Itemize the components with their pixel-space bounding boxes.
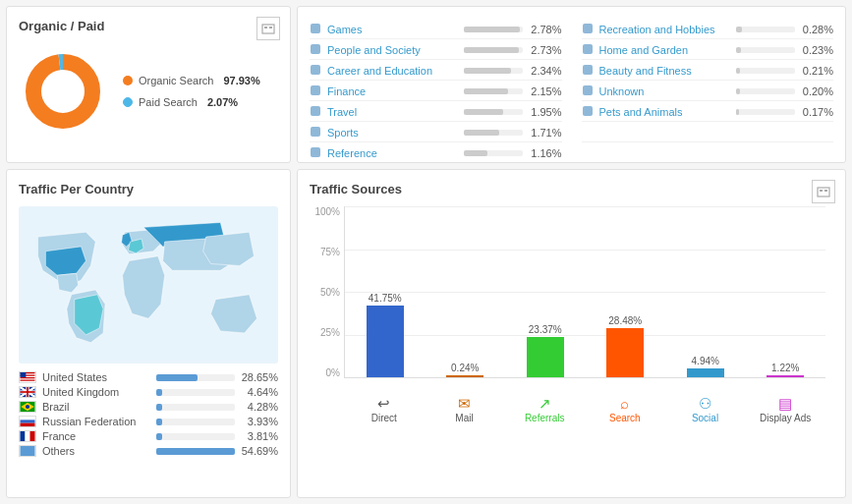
cat-value: 0.20%	[803, 85, 833, 97]
cat-icon	[310, 126, 323, 140]
organic-paid-title: Organic / Paid	[19, 19, 278, 33]
country-name: Russian Federation	[42, 416, 150, 427]
svg-rect-17	[311, 147, 320, 157]
cat-icon	[582, 105, 596, 119]
cat-name[interactable]: Beauty and Fitness	[599, 65, 728, 77]
bar-group: 23.37%	[505, 206, 585, 377]
cat-bar	[736, 27, 742, 32]
country-value: 3.93%	[241, 416, 278, 427]
cat-name[interactable]: Finance	[327, 85, 456, 97]
cat-value: 1.95%	[531, 106, 561, 118]
bar-rect	[606, 328, 644, 377]
source-icon: ↗	[539, 396, 551, 411]
cat-value: 0.28%	[803, 24, 833, 35]
cat-bar	[736, 88, 740, 94]
source-label: Social	[692, 413, 718, 423]
country-name: United Kingdom	[42, 386, 150, 398]
country-value: 4.28%	[241, 401, 278, 413]
bar-value-label: 1.22%	[771, 363, 799, 373]
country-name: Brazil	[42, 401, 150, 413]
bar-group: 41.75%	[345, 206, 425, 377]
cat-icon	[310, 105, 323, 119]
cat-name[interactable]: Sports	[327, 127, 456, 139]
cat-value: 2.78%	[531, 24, 561, 35]
chart-icon-label-cell: ▤ Display Ads	[745, 383, 825, 432]
cat-name[interactable]: Travel	[327, 106, 456, 118]
chart-icon-label-cell: ✉ Mail	[425, 383, 505, 432]
cat-value: 0.17%	[803, 106, 833, 118]
organic-label: Organic Search	[139, 75, 213, 86]
svg-rect-35	[21, 420, 35, 422]
svg-rect-8	[311, 44, 320, 54]
source-label: Search	[609, 413, 641, 423]
traffic-sources-card: Traffic Sources 100% 75% 50% 25% 0% 41.7…	[297, 169, 846, 498]
country-bar	[156, 433, 162, 440]
country-bar-container	[156, 433, 235, 440]
flag-icon	[19, 401, 36, 413]
cat-name[interactable]: Unknown	[599, 85, 728, 97]
svg-rect-22	[21, 380, 35, 381]
export-icon-2[interactable]	[812, 180, 835, 203]
svg-rect-42	[820, 190, 823, 192]
cat-bar	[464, 68, 511, 74]
country-bar-container	[156, 448, 235, 455]
cat-right-row: Pets and Animals 0.17%	[582, 103, 834, 122]
cat-right-row: Recreation and Hobbies 0.28%	[582, 21, 834, 39]
cat-right-row: Unknown 0.20%	[582, 83, 834, 101]
cat-left-row: Finance 2.15%	[310, 83, 562, 101]
cat-name[interactable]: Games	[327, 24, 456, 35]
donut-section: Organic Search 97.93% Paid Search 2.07%	[19, 47, 278, 136]
svg-rect-38	[26, 431, 30, 441]
cat-icon	[310, 23, 323, 36]
flag-icon	[19, 416, 36, 427]
paid-dot	[123, 97, 133, 107]
legend-paid: Paid Search 2.07%	[123, 96, 260, 108]
icon-label-row: ↩ Direct ✉ Mail ↗ Referrals ⌕ Search ⚇ S…	[344, 383, 825, 432]
paid-value: 2.07%	[207, 96, 238, 108]
svg-rect-13	[583, 85, 593, 95]
bar-value-label: 0.24%	[451, 363, 479, 373]
bar-group: 4.94%	[665, 206, 745, 377]
source-icon: ✉	[458, 396, 471, 411]
source-label: Referrals	[525, 413, 565, 423]
flag-icon	[19, 430, 36, 442]
svg-rect-43	[824, 190, 827, 192]
svg-rect-9	[583, 44, 593, 54]
cat-left-row: Travel 1.95%	[310, 103, 562, 122]
cat-bar-container	[464, 109, 523, 115]
cat-bar-container	[736, 27, 795, 32]
cat-name[interactable]: Career and Education	[327, 65, 456, 77]
svg-rect-1	[264, 27, 267, 28]
cat-name[interactable]: Home and Garden	[599, 44, 728, 56]
chart-icon-label-cell: ↗ Referrals	[504, 383, 585, 432]
y-label-25: 25%	[320, 327, 340, 338]
cat-empty	[582, 144, 834, 163]
cat-icon	[310, 146, 323, 160]
cat-name[interactable]: Pets and Animals	[599, 106, 728, 118]
bar-rect	[767, 375, 804, 377]
svg-point-5	[43, 72, 83, 111]
country-row: Russian Federation 3.93%	[19, 416, 278, 427]
cat-name[interactable]: Reference	[327, 147, 456, 159]
svg-rect-16	[311, 127, 320, 137]
svg-rect-30	[21, 391, 35, 393]
cat-name[interactable]: Recreation and Hobbies	[599, 24, 728, 35]
organic-paid-card: Organic / Paid Organic Search 97.93%	[6, 6, 291, 163]
cat-empty	[582, 124, 834, 142]
country-row: France 3.81%	[19, 430, 278, 442]
country-bar	[156, 419, 162, 425]
cat-value: 1.71%	[531, 127, 561, 139]
svg-rect-6	[311, 24, 320, 33]
bar-value-label: 28.48%	[608, 315, 642, 326]
cat-bar	[736, 68, 740, 74]
export-icon[interactable]	[256, 17, 280, 40]
bar-group: 28.48%	[586, 206, 665, 377]
svg-rect-23	[21, 372, 27, 377]
bar-group: 0.24%	[425, 206, 504, 377]
source-label: Mail	[455, 413, 473, 423]
cat-name[interactable]: People and Society	[327, 44, 456, 56]
organic-dot	[123, 76, 133, 85]
country-name: Others	[42, 445, 150, 457]
cat-right-row: Beauty and Fitness 0.21%	[582, 62, 834, 81]
source-icon: ▤	[778, 396, 792, 411]
